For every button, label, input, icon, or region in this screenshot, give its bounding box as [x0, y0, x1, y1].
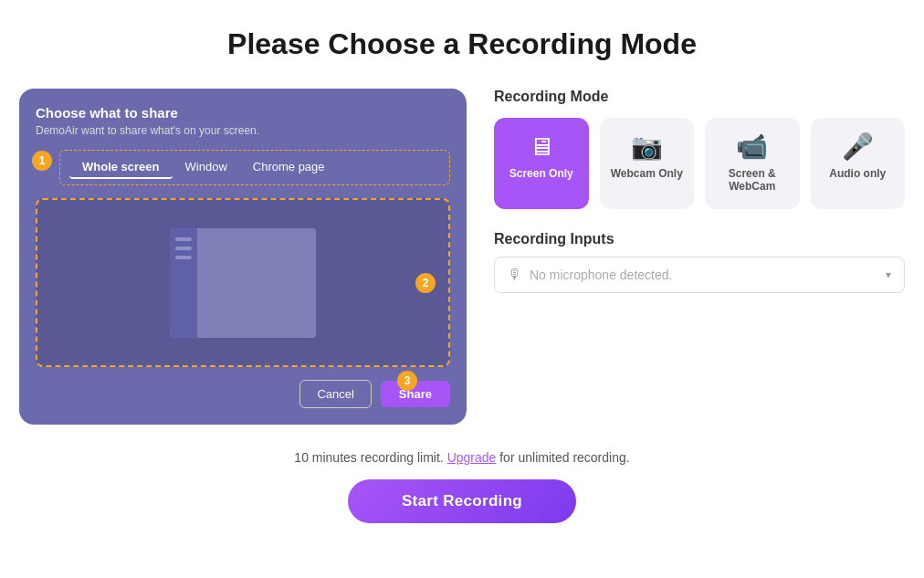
screen-webcam-icon: 📹 [736, 134, 768, 160]
chevron-down-icon: ▾ [886, 268, 891, 281]
mode-label-screen-webcam: Screen & WebCam [714, 167, 791, 193]
tab-window[interactable]: Window [173, 156, 240, 179]
screen-mock [170, 228, 316, 338]
sidebar-line [175, 237, 192, 241]
cancel-button[interactable]: Cancel [299, 380, 371, 408]
bottom-buttons: Cancel Share 3 [36, 380, 450, 408]
webcam-only-icon: 📷 [631, 134, 663, 160]
mode-card-screen-webcam[interactable]: 📹 Screen & WebCam [705, 118, 800, 209]
sidebar-line [175, 247, 192, 250]
screen-preview-area: 2 [36, 198, 450, 367]
screen-only-icon: 🖥 [529, 134, 554, 160]
mode-label-audio-only: Audio only [829, 167, 886, 180]
mode-card-audio-only[interactable]: 🎤 Audio only [811, 118, 906, 209]
audio-only-icon: 🎤 [842, 134, 874, 160]
screen-mock-main [197, 228, 316, 338]
mode-label-screen-only: Screen Only [509, 167, 573, 180]
step-badge-3: 3 [397, 371, 417, 391]
recording-modes: 🖥 Screen Only 📷 Webcam Only 📹 Screen & W… [494, 118, 905, 209]
upgrade-link[interactable]: Upgrade [447, 450, 497, 465]
tab-whole-screen[interactable]: Whole screen [69, 156, 173, 179]
tabs-row: Whole screen Window Chrome page [59, 150, 450, 185]
start-recording-button[interactable]: Start Recording [348, 479, 576, 523]
limit-text: 10 minutes recording limit. Upgrade for … [18, 450, 906, 465]
tab-chrome-page[interactable]: Chrome page [240, 156, 338, 179]
microphone-dropdown[interactable]: 🎙 No microphone detected. ▾ [494, 257, 905, 293]
recording-inputs-label: Recording Inputs [494, 231, 905, 247]
mic-muted-icon: 🎙 [508, 267, 522, 283]
step-badge-1: 1 [32, 151, 52, 171]
mode-card-webcam-only[interactable]: 📷 Webcam Only [600, 118, 695, 209]
right-panel: Recording Mode 🖥 Screen Only 📷 Webcam On… [494, 89, 905, 293]
limit-text-prefix: 10 minutes recording limit. [294, 450, 443, 465]
left-panel-title: Choose what to share [36, 105, 450, 121]
microphone-placeholder-text: No microphone detected. [530, 268, 878, 282]
left-panel: Choose what to share DemoAir want to sha… [19, 89, 467, 425]
mode-label-webcam-only: Webcam Only [611, 167, 683, 180]
sidebar-line [175, 256, 192, 259]
screen-mock-sidebar [170, 228, 197, 338]
mode-card-screen-only[interactable]: 🖥 Screen Only [494, 118, 589, 209]
limit-text-suffix: for unlimited recording. [499, 450, 629, 465]
step-badge-2: 2 [415, 273, 436, 293]
main-content: Choose what to share DemoAir want to sha… [19, 89, 905, 425]
page-title: Please Choose a Recording Mode [227, 27, 697, 61]
footer-area: 10 minutes recording limit. Upgrade for … [18, 450, 906, 523]
left-panel-subtitle: DemoAir want to share what's on your scr… [36, 124, 450, 137]
recording-mode-label: Recording Mode [494, 89, 905, 105]
